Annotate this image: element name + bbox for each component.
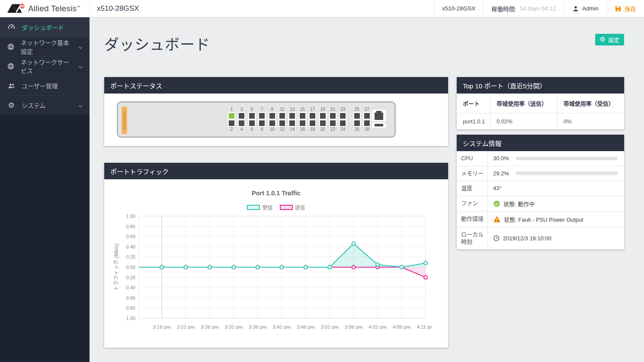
port-column: 1920	[318, 107, 327, 132]
port-26[interactable]	[353, 120, 361, 127]
port-column: 34	[237, 107, 246, 132]
main-content: ダッシュボード ⚙ 設定 ポートステータス x510-28GSX 1234567	[90, 17, 644, 362]
svg-text:3:26 pm: 3:26 pm	[201, 324, 219, 330]
device-name: x510-28GSX	[434, 0, 483, 17]
page-title: ダッシュボード	[104, 33, 210, 77]
svg-text:3:41 pm: 3:41 pm	[272, 324, 291, 330]
port-21[interactable]	[329, 112, 336, 120]
port-column: 1718	[308, 107, 317, 132]
gear-icon: ⚙	[7, 102, 16, 109]
port-22[interactable]	[329, 120, 336, 127]
switch-chassis: x510-28GSX 12345678910111213141516171819…	[117, 101, 396, 138]
svg-text:4:11 pm: 4:11 pm	[417, 324, 432, 330]
brand-name: Allied Telesis™	[28, 4, 80, 13]
system-info-row: ローカル時刻2019/12/3 16:10:00	[457, 227, 624, 249]
port-number-19: 19	[320, 107, 325, 112]
port-number-2: 2	[231, 127, 233, 132]
save-button[interactable]: 保存	[606, 0, 644, 17]
uptime-value: 14 days 04:12	[519, 5, 556, 12]
sidebar-item-system[interactable]: ⚙システム	[0, 95, 90, 115]
svg-text:0.20: 0.20	[126, 275, 135, 280]
port-column: 12	[227, 107, 236, 132]
port-28[interactable]	[363, 120, 371, 127]
legend-item: 受信	[247, 204, 272, 211]
svg-text:0.40: 0.40	[126, 285, 135, 290]
port-column: 2122	[328, 107, 337, 132]
globe-icon	[7, 43, 15, 51]
svg-text:0.60: 0.60	[126, 234, 135, 239]
port-8[interactable]	[258, 120, 266, 127]
sidebar-item-user-management[interactable]: ユーザー管理	[0, 76, 90, 95]
port-7[interactable]	[258, 112, 266, 120]
port-1[interactable]	[228, 112, 235, 120]
system-info-label: メモリー	[457, 166, 488, 181]
port-20[interactable]	[319, 120, 327, 127]
port-16[interactable]	[299, 120, 306, 127]
progress-bar	[516, 171, 618, 175]
port-12[interactable]	[279, 120, 286, 127]
port-5[interactable]	[248, 112, 256, 120]
port-status-header: ポートステータス	[104, 77, 448, 94]
allied-telesis-mark	[7, 3, 25, 14]
port-27[interactable]	[363, 112, 371, 120]
port-column: 1112	[278, 107, 287, 132]
port-19[interactable]	[319, 112, 327, 120]
sidebar-item-network-basic[interactable]: ネットワーク基本設定	[0, 37, 90, 56]
port-column: 2324	[338, 107, 347, 132]
table-row: port1.0.10.02%0%	[457, 113, 624, 130]
header-device-title: x510-28GSX	[90, 0, 146, 17]
port-10[interactable]	[269, 120, 276, 127]
metric-value: 30.0%	[493, 155, 513, 162]
legend-label: 送信	[295, 204, 305, 211]
port-15[interactable]	[299, 112, 306, 120]
port-number-4: 4	[240, 127, 243, 132]
port-25[interactable]	[353, 112, 361, 120]
save-label: 保存	[625, 4, 636, 13]
users-icon	[7, 82, 16, 90]
port-2[interactable]	[228, 120, 235, 127]
port-23[interactable]	[339, 112, 346, 120]
port-18[interactable]	[309, 120, 316, 127]
top10-table: ポート帯域使用率（送信）帯域使用率（受信） port1.0.10.02%0%	[457, 94, 624, 129]
admin-menu[interactable]: Admin	[564, 0, 606, 17]
port-3[interactable]	[238, 112, 245, 120]
system-info-row: ファン状態: 動作中	[457, 196, 624, 212]
port-number-23: 23	[340, 107, 345, 112]
port-17[interactable]	[309, 112, 316, 120]
svg-text:4:01 pm: 4:01 pm	[368, 324, 387, 330]
svg-text:3:36 pm: 3:36 pm	[249, 324, 267, 330]
svg-text:0.20: 0.20	[126, 254, 135, 259]
settings-button[interactable]: ⚙ 設定	[595, 34, 624, 45]
port-11[interactable]	[279, 112, 286, 120]
port-6[interactable]	[248, 120, 256, 127]
progress-bar	[516, 157, 618, 160]
admin-label: Admin	[582, 5, 599, 12]
port-24[interactable]	[339, 120, 346, 127]
sidebar-item-network-services[interactable]: ネットワークサービス	[0, 56, 90, 76]
gear-icon: ⚙	[600, 36, 606, 43]
uplink-slot-icon	[372, 110, 386, 129]
port-9[interactable]	[269, 112, 276, 120]
port-number-8: 8	[261, 127, 263, 132]
svg-text:3:46 pm: 3:46 pm	[297, 324, 315, 330]
chevron-down-icon	[78, 102, 83, 109]
port-number-6: 6	[251, 127, 253, 132]
port-4[interactable]	[238, 120, 245, 127]
chart-title: Port 1.0.1 Traffic	[104, 190, 448, 197]
status-text: 2019/12/3 16:10:00	[503, 235, 551, 242]
port-14[interactable]	[288, 120, 296, 127]
port-number-10: 10	[270, 127, 275, 132]
chassis-label: x510-28GSX	[122, 107, 127, 134]
port-13[interactable]	[288, 112, 296, 120]
port-number-25: 25	[355, 107, 359, 112]
system-info-header: システム情報	[457, 135, 624, 151]
allied-telesis-logo: Allied Telesis™	[0, 0, 90, 17]
sidebar-item-label: ダッシュボード	[22, 23, 64, 32]
port-number-26: 26	[355, 127, 359, 132]
sidebar-item-dashboard[interactable]: ダッシュボード	[0, 17, 90, 37]
system-info-panel: システム情報 CPU30.0%メモリー29.2%温度43°ファン状態: 動作中動…	[457, 135, 624, 249]
settings-button-label: 設定	[608, 36, 619, 44]
svg-text:3:21 pm: 3:21 pm	[177, 324, 195, 330]
system-info-label: CPU	[457, 151, 488, 166]
table-cell: 0%	[557, 113, 624, 130]
